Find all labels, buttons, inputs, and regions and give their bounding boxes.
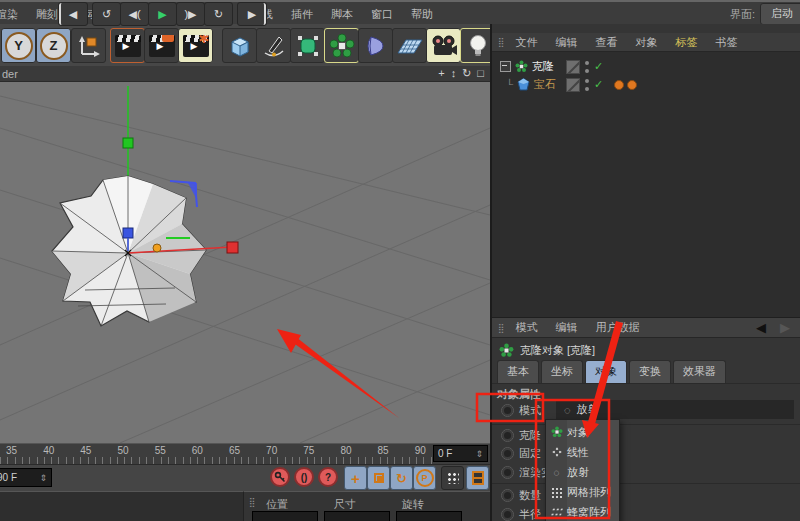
primitive-cube-button[interactable] <box>222 28 257 63</box>
om-menu-edit[interactable]: 编辑 <box>548 35 586 50</box>
interface-select[interactable]: 启动 <box>760 3 800 25</box>
timeline-ruler[interactable]: 3540 4550 5560 6570 7580 8590 <box>0 443 490 465</box>
param-radio-icon[interactable] <box>501 404 514 417</box>
menu-window[interactable]: 窗口 <box>362 7 402 22</box>
coordinate-axes-icon <box>77 34 101 58</box>
position-x-field[interactable] <box>252 511 318 521</box>
am-menu-edit[interactable]: 编辑 <box>548 320 586 335</box>
dropdown-item-linear[interactable]: 线性 <box>546 442 619 462</box>
menu-render[interactable]: 渲染 <box>0 7 27 22</box>
render-region-button[interactable] <box>144 28 179 63</box>
object-name[interactable]: 宝石 <box>534 77 556 92</box>
render-view-button[interactable] <box>110 28 145 63</box>
om-menu-file[interactable]: 文件 <box>508 35 546 50</box>
mode-dropdown-field[interactable]: ◌ 放射 <box>556 400 794 419</box>
floor-button[interactable] <box>392 28 427 63</box>
om-menu-bookmarks[interactable]: 书签 <box>708 35 746 50</box>
record-keyframe-button[interactable] <box>270 467 290 487</box>
param-radio-icon[interactable] <box>501 508 514 521</box>
play-button[interactable]: ▶ <box>148 2 177 26</box>
dropdown-item-grid[interactable]: 网格排列 <box>546 482 619 502</box>
tab-transform[interactable]: 变换 <box>629 360 671 383</box>
enabled-check-icon[interactable]: ✓ <box>594 60 603 73</box>
size-x-field[interactable] <box>324 511 390 521</box>
object-name[interactable]: 克隆 <box>532 59 554 74</box>
go-to-next-key-button[interactable]: ↻ <box>204 2 233 26</box>
enabled-check-icon[interactable]: ✓ <box>594 78 603 91</box>
tab-object[interactable]: 对象 <box>585 360 627 383</box>
tree-branch-icon: └ <box>506 79 513 90</box>
record-scale-toggle[interactable] <box>367 466 390 490</box>
spline-pen-button[interactable] <box>256 28 291 63</box>
go-to-end-button[interactable]: ▶ <box>237 2 267 26</box>
maximize-icon[interactable]: □ <box>477 67 484 80</box>
go-to-next-frame-button[interactable]: )▶ <box>176 2 205 26</box>
history-back-icon[interactable]: ◀ <box>756 320 766 335</box>
attribute-object-title: 克隆对象 [克隆] <box>520 343 595 358</box>
autokey-button[interactable]: () <box>294 467 314 487</box>
y-axis-lock-button[interactable]: Y <box>1 28 36 63</box>
stepper-icon[interactable]: ⇕ <box>475 449 483 459</box>
menu-help[interactable]: 帮助 <box>402 7 442 22</box>
deformer-button[interactable] <box>358 28 393 63</box>
record-rotation-toggle[interactable]: ↻ <box>390 466 413 490</box>
enable-dots-icon[interactable] <box>585 79 589 91</box>
panel-grip-icon[interactable]: ⣿ <box>249 497 257 507</box>
z-axis-lock-button[interactable]: Z <box>36 28 71 63</box>
point-level-animation-toggle[interactable] <box>441 466 464 490</box>
dropdown-item-honeycomb[interactable]: 蜂窝阵列 <box>546 502 619 521</box>
keyframe-selection-button[interactable] <box>466 466 489 490</box>
fold-icon[interactable] <box>500 61 511 72</box>
record-parameter-toggle[interactable]: P <box>413 466 436 490</box>
start-frame-field[interactable]: 90 F⇕ <box>0 468 52 487</box>
camera-button[interactable] <box>426 28 461 63</box>
menu-plugins[interactable]: 插件 <box>282 7 322 22</box>
tree-row-gem[interactable]: └ 宝石 ✓ <box>506 76 800 93</box>
render-settings-button[interactable]: ✱ <box>178 28 213 63</box>
am-menu-mode[interactable]: 模式 <box>508 320 546 335</box>
am-menu-userdata[interactable]: 用户数据 <box>588 320 648 335</box>
menu-script[interactable]: 脚本 <box>322 7 362 22</box>
tag-icon[interactable] <box>614 80 624 90</box>
record-position-toggle[interactable]: + <box>344 466 367 490</box>
layer-state-icon[interactable] <box>566 78 580 92</box>
dropdown-item-object[interactable]: 对象 <box>546 422 619 442</box>
panel-grip-icon[interactable]: ⣿ <box>498 323 506 333</box>
mograph-cloner-button[interactable] <box>324 28 359 63</box>
om-menu-object[interactable]: 对象 <box>628 35 666 50</box>
rotate-icon[interactable]: ↻ <box>462 67 471 80</box>
tag-icon[interactable] <box>627 80 637 90</box>
tree-row-cloner[interactable]: 克隆 ✓ <box>500 58 800 75</box>
param-radio-icon[interactable] <box>501 429 514 442</box>
stepper-icon[interactable]: ⇕ <box>39 473 47 483</box>
om-menu-view[interactable]: 查看 <box>588 35 626 50</box>
history-forward-icon[interactable]: ▶ <box>780 320 790 335</box>
keyframe-help-button[interactable]: ? <box>318 467 338 487</box>
subdivision-surface-button[interactable] <box>290 28 325 63</box>
viewport-canvas[interactable]: 网格间距 : 100 cm <box>0 82 490 443</box>
go-to-prev-frame-button[interactable]: ◀( <box>120 2 149 26</box>
rotation-h-field[interactable] <box>396 511 462 521</box>
layer-state-icon[interactable] <box>566 60 580 74</box>
material-manager-panel[interactable] <box>0 491 243 521</box>
go-to-start-button[interactable]: ◀ <box>58 2 88 26</box>
tab-basic[interactable]: 基本 <box>497 360 539 383</box>
tab-coordinates[interactable]: 坐标 <box>541 360 583 383</box>
dropdown-item-radial[interactable]: ◌ 放射 <box>546 462 619 482</box>
zoom-icon[interactable]: ↕ <box>451 67 457 80</box>
coordinate-system-button[interactable] <box>71 28 106 63</box>
end-frame-field[interactable]: 0 F⇕ <box>433 445 488 462</box>
param-radio-icon[interactable] <box>501 447 514 460</box>
go-to-prev-key-button[interactable]: ↺ <box>92 2 121 26</box>
pan-icon[interactable]: + <box>438 67 444 80</box>
param-radio-icon[interactable] <box>501 489 514 502</box>
param-radio-icon[interactable] <box>501 466 514 479</box>
tab-effectors[interactable]: 效果器 <box>673 360 726 383</box>
param-label-mode: 模式 <box>519 403 541 418</box>
viewport-titlebar[interactable]: der + ↕ ↻ □ <box>0 66 490 82</box>
om-menu-tags[interactable]: 标签 <box>668 35 706 50</box>
object-tags[interactable] <box>614 80 637 90</box>
enable-dots-icon[interactable] <box>585 61 589 73</box>
y-axis-icon: Y <box>5 32 33 60</box>
panel-grip-icon[interactable]: ⣿ <box>498 37 506 47</box>
